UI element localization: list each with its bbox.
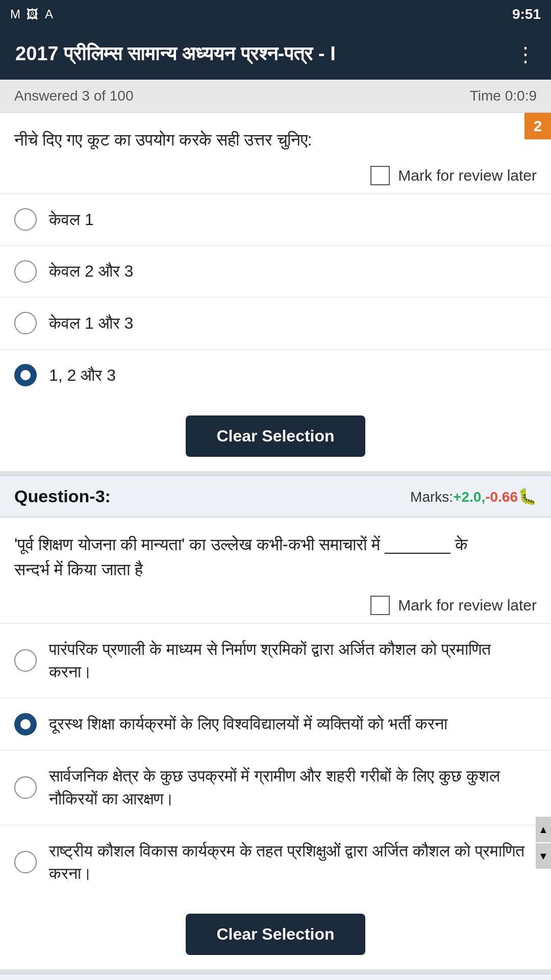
- question-3-option-4[interactable]: राष्ट्रीय कौशल विकास कार्यक्रम के तहत प्…: [0, 825, 551, 900]
- question-2-mark-review-row: Mark for review later: [0, 158, 551, 193]
- status-bar: M 🖼 A 9:51: [0, 0, 551, 29]
- question-3-radio-3[interactable]: [14, 776, 37, 799]
- status-bar-left-icons: M 🖼 A: [10, 7, 53, 21]
- question-3-options: पारंपरिक प्रणाली के माध्यम से निर्माण श्…: [0, 623, 551, 900]
- question-2-text: नीचे दिए गए कूट का उपयोग करके सही उत्तर …: [14, 127, 537, 153]
- question-2-mark-label: Mark for review later: [398, 167, 537, 184]
- question-2-option-4-text: 1, 2 और 3: [49, 364, 116, 387]
- question-2-radio-4[interactable]: [14, 364, 37, 386]
- question-2-clear-btn-row: Clear Selection: [0, 401, 551, 471]
- scroll-up-button[interactable]: ▲: [536, 817, 551, 842]
- question-2-option-4[interactable]: 1, 2 और 3: [0, 349, 551, 401]
- bug-icon: 🐛: [518, 488, 537, 505]
- question-2-clear-button[interactable]: Clear Selection: [186, 415, 365, 457]
- question-2-radio-2[interactable]: [14, 260, 37, 283]
- question-3-radio-2[interactable]: [14, 713, 37, 736]
- marks-label: Marks:: [410, 489, 453, 505]
- question-2-option-3[interactable]: केवल 1 और 3: [0, 297, 551, 349]
- progress-bar: Answered 3 of 100 Time 0:0:9: [0, 80, 551, 113]
- question-4-block: Question-4: Marks:+2.0,-0.66 पारिस्थितिक…: [0, 973, 551, 980]
- question-2-text-area: 2 नीचे दिए गए कूट का उपयोग करके सही उत्त…: [0, 113, 551, 158]
- a-icon: A: [45, 7, 53, 21]
- marks-negative: -0.66: [485, 489, 518, 505]
- question-2-block: 2 नीचे दिए गए कूट का उपयोग करके सही उत्त…: [0, 113, 551, 475]
- question-3-clear-button[interactable]: Clear Selection: [186, 914, 365, 955]
- question-3-option-2[interactable]: दूरस्थ शिक्षा कार्यक्रमों के लिए विश्ववि…: [0, 698, 551, 750]
- question-2-option-1[interactable]: केवल 1: [0, 193, 551, 246]
- question-3-option-4-text: राष्ट्रीय कौशल विकास कार्यक्रम के तहत प्…: [49, 840, 537, 886]
- question-3-option-1[interactable]: पारंपरिक प्रणाली के माध्यम से निर्माण श्…: [0, 623, 551, 698]
- question-3-option-2-text: दूरस्थ शिक्षा कार्यक्रमों के लिए विश्ववि…: [49, 713, 447, 736]
- question-3-radio-1[interactable]: [14, 649, 37, 672]
- scroll-down-button[interactable]: ▼: [536, 843, 551, 869]
- question-3-label: Question-3:: [14, 486, 111, 506]
- camera-icon: 🖼: [27, 7, 39, 21]
- status-bar-time: 9:51: [512, 6, 541, 22]
- marks-positive: +2.0,: [453, 489, 485, 505]
- question-3-clear-btn-row: Clear Selection: [0, 899, 551, 969]
- question-3-mark-review-row: Mark for review later: [0, 587, 551, 623]
- question-3-mark-checkbox[interactable]: [370, 596, 390, 615]
- question-2-option-1-text: केवल 1: [49, 208, 94, 231]
- question-2-options: केवल 1 केवल 2 और 3 केवल 1 और 3 1, 2 और 3: [0, 193, 551, 401]
- question-2-radio-1[interactable]: [14, 208, 37, 231]
- answered-count: Answered 3 of 100: [14, 88, 134, 104]
- scrollbar: ▲ ▼: [536, 817, 551, 869]
- question-3-option-3-text: सार्वजनिक क्षेत्र के कुछ उपक्रमों में ग्…: [49, 765, 537, 811]
- app-header: 2017 प्रीलिम्स सामान्य अध्ययन प्रश्न-पत्…: [0, 29, 551, 80]
- question-3-block: Question-3: Marks:+2.0,-0.66🐛 'पूर्व शिक…: [0, 475, 551, 974]
- question-4-header: Question-4: Marks:+2.0,-0.66: [0, 973, 551, 980]
- question-3-text: 'पूर्व शिक्षण योजना की मान्यता' का उल्ले…: [14, 532, 537, 582]
- question-3-option-1-text: पारंपरिक प्रणाली के माध्यम से निर्माण श्…: [49, 638, 537, 684]
- question-3-text-area: 'पूर्व शिक्षण योजना की मान्यता' का उल्ले…: [0, 518, 551, 587]
- question-2-option-2[interactable]: केवल 2 और 3: [0, 245, 551, 297]
- question-2-mark-checkbox[interactable]: [370, 166, 390, 185]
- question-3-header: Question-3: Marks:+2.0,-0.66🐛: [0, 475, 551, 518]
- question-2-option-2-text: केवल 2 और 3: [49, 260, 133, 283]
- question-2-option-3-text: केवल 1 और 3: [49, 312, 133, 335]
- mail-icon: M: [10, 7, 20, 21]
- question-2-radio-3[interactable]: [14, 312, 37, 334]
- menu-button[interactable]: ⋮: [515, 42, 536, 66]
- header-title: 2017 प्रीलिम्स सामान्य अध्ययन प्रश्न-पत्…: [15, 43, 336, 65]
- timer: Time 0:0:9: [470, 88, 537, 104]
- question-3-mark-label: Mark for review later: [398, 597, 537, 614]
- question-3-radio-4[interactable]: [14, 851, 37, 873]
- question-2-badge: 2: [524, 113, 551, 139]
- question-3-marks: Marks:+2.0,-0.66🐛: [410, 487, 537, 505]
- question-3-option-3[interactable]: सार्वजनिक क्षेत्र के कुछ उपक्रमों में ग्…: [0, 750, 551, 825]
